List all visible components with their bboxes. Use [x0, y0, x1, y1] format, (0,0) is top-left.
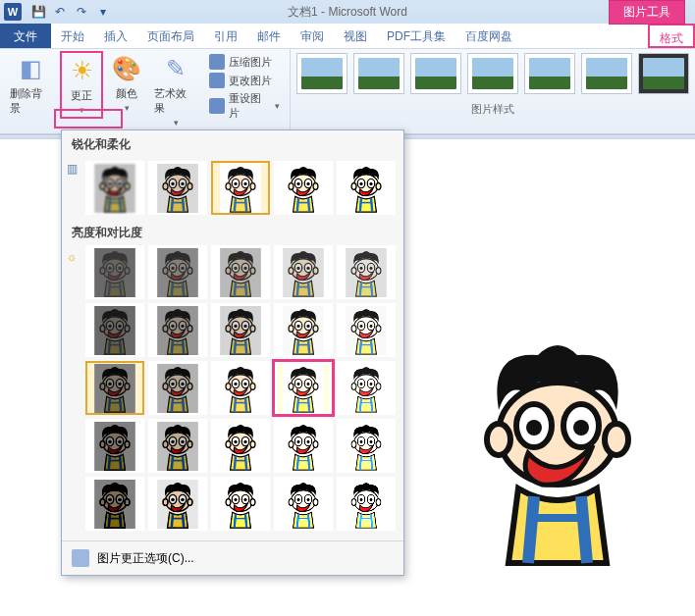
brightness-contrast-thumb[interactable]	[337, 361, 396, 415]
tab-8[interactable]: 百度网盘	[455, 24, 522, 48]
brightness-contrast-thumb[interactable]	[85, 361, 144, 415]
change-picture-button[interactable]: 更改图片	[207, 72, 282, 89]
sharpen-section-label: 锐化和柔化	[62, 130, 403, 157]
ribbon-group-adjust: ◧ 删除背景 ☀ 更正 ▾ 🎨 颜色 ▾ ✎ 艺术效果 ▾ 压缩图片 更改图片	[0, 49, 291, 133]
brightness-contrast-thumb[interactable]	[337, 419, 396, 473]
tab-7[interactable]: PDF工具集	[377, 24, 455, 48]
compress-label: 压缩图片	[229, 55, 272, 70]
picture-corrections-options[interactable]: 图片更正选项(C)...	[62, 540, 403, 575]
reset-picture-button[interactable]: 重设图片 ▾	[207, 90, 282, 122]
qat-redo-button[interactable]: ↷	[73, 3, 90, 21]
chevron-down-icon: ▾	[275, 101, 280, 111]
sharpen-preset-thumb[interactable]	[337, 161, 396, 215]
document-title: 文档1 - Microsoft Word	[288, 4, 407, 21]
palette-icon: 🎨	[111, 53, 142, 84]
picture-style-thumb[interactable]	[410, 53, 461, 94]
picture-style-thumb[interactable]	[524, 53, 575, 94]
artistic-effects-button[interactable]: ✎ 艺术效果 ▾	[150, 51, 200, 129]
tab-format[interactable]: 格式	[648, 24, 695, 48]
chevron-down-icon: ▾	[174, 118, 179, 128]
picture-style-thumb[interactable]	[296, 53, 348, 94]
change-pic-icon	[209, 73, 225, 88]
brightness-contrast-thumb[interactable]	[85, 303, 144, 357]
qat-save-button[interactable]: 💾	[29, 3, 47, 21]
brightness-contrast-grid	[78, 245, 403, 540]
tab-file[interactable]: 文件	[0, 24, 51, 48]
corrections-label: 更正	[71, 88, 92, 103]
sharpen-preset-thumb[interactable]	[211, 161, 270, 215]
tab-3[interactable]: 引用	[204, 24, 247, 48]
brightness-contrast-thumb[interactable]	[85, 477, 144, 531]
brightness-contrast-thumb[interactable]	[85, 419, 144, 473]
ribbon-group-picture-styles: 图片样式	[291, 49, 695, 133]
brightness-contrast-thumb[interactable]	[274, 477, 333, 531]
options-icon	[72, 549, 89, 567]
change-pic-label: 更改图片	[229, 74, 272, 88]
tab-6[interactable]: 视图	[334, 24, 377, 48]
sharpen-presets-row	[78, 157, 403, 219]
sun-icon: ☀	[66, 55, 97, 86]
picture-style-thumb[interactable]	[638, 53, 689, 94]
tab-4[interactable]: 邮件	[247, 24, 291, 48]
brightness-contrast-thumb[interactable]	[148, 477, 207, 531]
reset-pic-icon	[209, 98, 225, 114]
chevron-down-icon: ▾	[80, 105, 84, 115]
qat-more-button[interactable]: ▾	[94, 3, 112, 21]
eraser-icon: ◧	[16, 53, 47, 84]
brightness-contrast-thumb[interactable]	[211, 361, 270, 415]
qat-undo-button[interactable]: ↶	[51, 3, 69, 21]
compress-icon	[209, 54, 225, 70]
brightness-contrast-thumb[interactable]	[274, 361, 333, 415]
footer-label: 图片更正选项(C)...	[97, 550, 194, 567]
tab-2[interactable]: 页面布局	[137, 24, 204, 48]
artistic-label: 艺术效果	[154, 86, 196, 116]
corrections-dropdown: 锐化和柔化 ▥ 亮度和对比度 ☼ 图片更正选项(C)...	[61, 129, 404, 576]
inserted-picture[interactable]	[459, 322, 656, 577]
brightness-contrast-thumb[interactable]	[211, 419, 270, 473]
color-label: 颜色	[116, 86, 137, 101]
picture-style-thumb[interactable]	[467, 53, 518, 94]
word-app-icon: W	[4, 3, 22, 21]
brightness-contrast-thumb[interactable]	[337, 245, 396, 299]
brightness-contrast-thumb[interactable]	[274, 245, 333, 299]
color-button[interactable]: 🎨 颜色 ▾	[107, 51, 146, 115]
chevron-down-icon: ▾	[125, 103, 130, 113]
ribbon: ◧ 删除背景 ☀ 更正 ▾ 🎨 颜色 ▾ ✎ 艺术效果 ▾ 压缩图片 更改图片	[0, 49, 695, 135]
compress-picture-button[interactable]: 压缩图片	[207, 53, 282, 71]
sharpen-preset-thumb[interactable]	[274, 161, 333, 215]
brightness-contrast-thumb[interactable]	[148, 303, 207, 357]
picture-styles-label: 图片样式	[296, 102, 689, 117]
brightness-contrast-thumb[interactable]	[148, 419, 207, 473]
sun-small-icon: ☼	[66, 249, 78, 265]
picture-style-thumb[interactable]	[581, 53, 632, 94]
title-bar: W 💾 ↶ ↷ ▾ 文档1 - Microsoft Word 图片工具	[0, 0, 695, 24]
quick-access-toolbar: 💾 ↶ ↷ ▾	[29, 3, 112, 21]
context-tab-picture-tools[interactable]: 图片工具	[609, 0, 685, 25]
sharpen-preset-thumb[interactable]	[85, 161, 144, 215]
remove-bg-label: 删除背景	[10, 86, 52, 116]
brightness-contrast-thumb[interactable]	[274, 303, 333, 357]
film-icon: ▥	[66, 161, 78, 177]
remove-background-button[interactable]: ◧ 删除背景	[6, 51, 56, 118]
brightness-contrast-thumb[interactable]	[274, 419, 333, 473]
brightness-contrast-thumb[interactable]	[85, 245, 144, 299]
brightness-section-label: 亮度和对比度	[62, 219, 403, 245]
reset-pic-label: 重设图片	[229, 91, 271, 121]
brightness-contrast-thumb[interactable]	[148, 245, 207, 299]
tab-1[interactable]: 插入	[94, 24, 137, 48]
sharpen-preset-thumb[interactable]	[148, 161, 207, 215]
ribbon-tabs: 文件 开始插入页面布局引用邮件审阅视图PDF工具集百度网盘 格式	[0, 24, 695, 49]
brightness-contrast-thumb[interactable]	[337, 303, 396, 357]
picture-style-thumb[interactable]	[353, 53, 404, 94]
brush-icon: ✎	[160, 53, 191, 84]
brightness-contrast-thumb[interactable]	[211, 477, 270, 531]
brightness-contrast-thumb[interactable]	[211, 303, 270, 357]
brightness-contrast-thumb[interactable]	[337, 477, 396, 531]
brightness-contrast-thumb[interactable]	[148, 361, 207, 415]
brightness-contrast-thumb[interactable]	[211, 245, 270, 299]
tab-5[interactable]: 审阅	[291, 24, 334, 48]
corrections-button[interactable]: ☀ 更正 ▾	[60, 51, 103, 119]
tab-0[interactable]: 开始	[51, 24, 94, 48]
